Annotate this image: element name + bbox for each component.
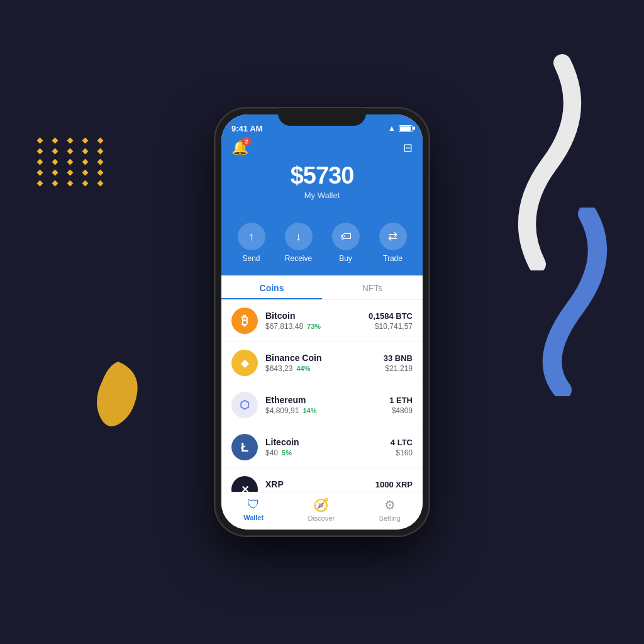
wifi-icon: ▲ xyxy=(388,124,396,133)
receive-label: Receive xyxy=(285,254,312,263)
xrp-icon: ✕ xyxy=(231,476,258,492)
wallet-nav-label: Wallet xyxy=(243,514,264,521)
trade-label: Trade xyxy=(383,254,402,263)
nav-discover[interactable]: 🧭 Discover xyxy=(308,497,335,522)
trade-icon: ⇄ xyxy=(379,223,407,250)
blue-swoosh-decoration xyxy=(499,208,613,396)
nav-setting[interactable]: ⚙ Setting xyxy=(379,497,401,522)
buy-icon: 🏷 xyxy=(332,223,360,250)
eth-amount-col: 1 ETH $4809 xyxy=(389,396,413,415)
send-icon: ↑ xyxy=(238,223,265,250)
bnb-price-row: $643,23 44% xyxy=(265,364,384,373)
yellow-blob-decoration xyxy=(93,358,143,428)
coin-item-ltc[interactable]: Ł Litecoin $40 5% 4 LTC $160 xyxy=(221,426,423,469)
trade-button[interactable]: ⇄ Trade xyxy=(379,223,407,263)
bitcoin-amount: 0,1584 BTC xyxy=(369,311,413,321)
bitcoin-price: $67,813,48 xyxy=(265,322,303,331)
bnb-value: $21,219 xyxy=(384,364,413,373)
discover-nav-label: Discover xyxy=(308,514,335,522)
discover-nav-icon: 🧭 xyxy=(313,497,329,513)
phone-notch xyxy=(278,108,366,126)
ltc-price: $40 xyxy=(265,448,278,457)
tab-coins[interactable]: Coins xyxy=(221,275,322,299)
coins-list: ₿ Bitcoin $67,813,48 73% 0,1584 BTC $10,… xyxy=(221,300,423,492)
bnb-amount: 33 BNB xyxy=(384,353,413,363)
ltc-name: Litecoin xyxy=(265,437,391,447)
bitcoin-info: Bitcoin $67,813,48 73% xyxy=(265,311,369,331)
eth-price-row: $4,809,91 14% xyxy=(265,406,389,415)
bnb-icon: ◆ xyxy=(231,350,258,376)
wallet-balance: $5730 My Wallet xyxy=(231,162,413,200)
eth-pct: 14% xyxy=(303,407,316,414)
send-label: Send xyxy=(242,254,260,263)
header-area: 🔔 2 ⊟ $5730 My Wallet xyxy=(221,137,423,213)
bottom-nav: 🛡 Wallet 🧭 Discover ⚙ Setting xyxy=(221,492,423,530)
setting-nav-icon: ⚙ xyxy=(384,497,396,513)
ltc-value: $160 xyxy=(391,448,413,457)
bnb-name: Binance Coin xyxy=(265,353,384,363)
bitcoin-amount-col: 0,1584 BTC $10,741,57 xyxy=(369,311,413,331)
eth-name: Ethereum xyxy=(265,395,389,405)
tabs: Coins NFTs xyxy=(221,275,423,300)
coin-item-xrp[interactable]: ✕ XRP $1,24 1% 1000 XRP $1240 xyxy=(221,469,423,492)
eth-price: $4,809,91 xyxy=(265,406,299,415)
receive-icon: ↓ xyxy=(285,223,313,250)
setting-nav-label: Setting xyxy=(379,514,401,522)
ltc-amount: 4 LTC xyxy=(391,438,413,447)
header-top: 🔔 2 ⊟ xyxy=(231,140,413,156)
bitcoin-name: Bitcoin xyxy=(265,311,369,321)
notification-bell-button[interactable]: 🔔 2 xyxy=(231,140,248,156)
bnb-info: Binance Coin $643,23 44% xyxy=(265,353,384,373)
filter-icon[interactable]: ⊟ xyxy=(403,141,413,155)
status-time: 9:41 AM xyxy=(231,124,262,133)
ltc-amount-col: 4 LTC $160 xyxy=(391,438,413,457)
buy-button[interactable]: 🏷 Buy xyxy=(332,223,360,263)
ltc-pct: 5% xyxy=(282,449,292,457)
coin-item-btc[interactable]: ₿ Bitcoin $67,813,48 73% 0,1584 BTC $10,… xyxy=(221,300,423,342)
phone-mockup: 9:41 AM ▲ 🔔 2 ⊟ $5730 xyxy=(215,108,429,536)
xrp-name: XRP xyxy=(265,479,375,489)
wallet-nav-icon: 🛡 xyxy=(247,497,260,512)
ltc-info: Litecoin $40 5% xyxy=(265,437,391,457)
receive-button[interactable]: ↓ Receive xyxy=(285,223,313,263)
white-swoosh-decoration xyxy=(449,50,587,270)
tab-nfts[interactable]: NFTs xyxy=(322,275,423,299)
bitcoin-pct: 73% xyxy=(307,323,321,330)
bitcoin-value: $10,741,57 xyxy=(369,322,413,331)
eth-icon: ⬡ xyxy=(231,392,258,418)
coin-item-eth[interactable]: ⬡ Ethereum $4,809,91 14% 1 ETH $4809 xyxy=(221,384,423,426)
xrp-info: XRP $1,24 1% xyxy=(265,479,375,492)
bitcoin-icon: ₿ xyxy=(231,308,258,334)
xrp-amount: 1000 XRP xyxy=(375,480,413,489)
ltc-icon: Ł xyxy=(231,434,258,460)
bnb-price: $643,23 xyxy=(265,364,292,373)
eth-value: $4809 xyxy=(389,406,413,415)
battery-icon xyxy=(399,125,413,132)
eth-info: Ethereum $4,809,91 14% xyxy=(265,395,389,415)
send-button[interactable]: ↑ Send xyxy=(238,223,265,263)
bnb-amount-col: 33 BNB $21,219 xyxy=(384,353,413,373)
action-buttons: ↑ Send ↓ Receive 🏷 Buy ⇄ Trade xyxy=(221,213,423,275)
status-icons: ▲ xyxy=(388,124,413,133)
coin-item-bnb[interactable]: ◆ Binance Coin $643,23 44% 33 BNB $21,21… xyxy=(221,342,423,384)
phone-screen: 9:41 AM ▲ 🔔 2 ⊟ $5730 xyxy=(221,114,423,530)
decorative-dots xyxy=(38,138,107,186)
eth-amount: 1 ETH xyxy=(389,396,413,405)
bitcoin-price-row: $67,813,48 73% xyxy=(265,322,369,331)
bnb-pct: 44% xyxy=(296,365,310,372)
nav-wallet[interactable]: 🛡 Wallet xyxy=(243,497,264,522)
buy-label: Buy xyxy=(339,254,352,263)
notification-badge: 2 xyxy=(242,137,251,146)
xrp-amount-col: 1000 XRP $1240 xyxy=(375,480,413,492)
balance-label: My Wallet xyxy=(231,191,413,200)
ltc-price-row: $40 5% xyxy=(265,448,391,457)
balance-amount: $5730 xyxy=(231,162,413,189)
